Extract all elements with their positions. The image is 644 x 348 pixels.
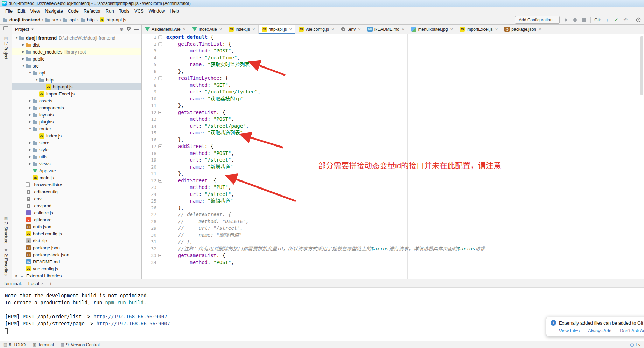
tree-item-store[interactable]: ▶store [12, 139, 141, 146]
tree-item-.gitignore[interactable]: G.gitignore [12, 216, 141, 223]
fold-marker-icon[interactable]: − [158, 111, 162, 114]
hide-panel-icon[interactable]: — [134, 27, 139, 32]
tree-item-App.vue[interactable]: App.vue [12, 167, 141, 174]
git-update-button[interactable]: ↓ [604, 17, 610, 23]
code-line-11[interactable]: 11 }, [142, 102, 644, 109]
tree-item-duoji-frontend[interactable]: ▼duoji-frontend D:\zheheWeb\duoji-fronte… [12, 34, 141, 41]
close-icon[interactable]: × [289, 27, 292, 31]
menu-tools[interactable]: Tools [117, 8, 132, 14]
tree-item-src[interactable]: ▼src [12, 62, 141, 69]
code-line-27[interactable]: 27 // deleteStreet: { [142, 211, 644, 218]
settings-gear-icon[interactable] [127, 27, 131, 32]
chevron-collapsed-icon[interactable]: ▶ [28, 155, 33, 158]
tree-item-dist[interactable]: ▶dist [12, 41, 141, 48]
editor-tab-http-api.js[interactable]: JShttp-api.js× [259, 25, 296, 34]
menu-file[interactable]: File [3, 8, 15, 14]
chevron-collapsed-icon[interactable]: ▶ [21, 50, 26, 54]
tree-item-dist.zip[interactable]: Zdist.zip [12, 237, 141, 244]
history-clock-icon[interactable] [636, 17, 641, 23]
code-line-1[interactable]: 1−export default { [142, 34, 644, 41]
editor-tab-index.vue[interactable]: index.vue× [189, 25, 225, 34]
chevron-expanded-icon[interactable]: ▼ [14, 36, 19, 40]
menu-vcs[interactable]: VCS [132, 8, 146, 14]
code-line-23[interactable]: 23 method: "PUT", [142, 184, 644, 191]
close-icon[interactable]: × [41, 281, 44, 286]
code-line-31[interactable]: 31 // }, [142, 239, 644, 246]
editor-tab-menuRouter.jpg[interactable]: menuRouter.jpg× [408, 25, 456, 34]
chevron-expanded-icon[interactable]: ▼ [34, 78, 39, 81]
tree-item-assets[interactable]: ▶assets [12, 97, 141, 104]
code-line-13[interactable]: 13 method: "POST", [142, 116, 644, 123]
tree-item-.env.prod[interactable]: .env.prod [12, 202, 141, 209]
fold-marker-icon[interactable]: − [158, 35, 162, 39]
code-line-24[interactable]: 24 url: "/street", [142, 191, 644, 198]
tool-window-button-Structure[interactable]: ▦7: Structure [4, 214, 8, 246]
code-line-6[interactable]: 6 }, [142, 68, 644, 75]
new-terminal-button[interactable]: + [49, 281, 52, 286]
menu-help[interactable]: Help [167, 8, 182, 14]
menu-edit[interactable]: Edit [15, 8, 28, 14]
terminal-link[interactable]: http://192.168.66.56:9007 [96, 321, 170, 326]
code-line-28[interactable]: 28 // method: "DELETE", [142, 218, 644, 225]
tree-item-.eslintrc.js[interactable]: .eslintrc.js [12, 209, 141, 216]
chevron-collapsed-icon[interactable]: ▶ [28, 106, 33, 109]
breadcrumb-item-duoji-frontend[interactable]: duoji-frontend [3, 17, 40, 22]
editor-tab-AsideMenu.vue[interactable]: AsideMenu.vue× [142, 25, 189, 34]
code-line-4[interactable]: 4 url: "/realTime", [142, 55, 644, 62]
code-line-14[interactable]: 14 url: "/street/page", [142, 123, 644, 130]
git-rollback-button[interactable]: ↶ [623, 17, 628, 23]
breadcrumb-item-api[interactable]: api [63, 17, 75, 22]
editor-tab-package.json[interactable]: { }package.json× [501, 25, 545, 34]
code-line-16[interactable]: 16 }, [142, 136, 644, 143]
chevron-collapsed-icon[interactable]: ▶ [28, 141, 33, 144]
breadcrumb-item-src[interactable]: src [45, 17, 58, 22]
code-line-26[interactable]: 26 }, [142, 205, 644, 212]
breadcrumb-item-http-api.js[interactable]: JShttp-api.js [99, 17, 126, 22]
code-line-34[interactable]: 34 method: "POST", [142, 259, 644, 266]
tree-item-style[interactable]: ▶style [12, 146, 141, 153]
chevron-collapsed-icon[interactable]: ▶ [21, 43, 26, 47]
event-log-icon[interactable] [630, 343, 634, 347]
code-line-17[interactable]: 17− addStreet: { [142, 143, 644, 150]
code-line-10[interactable]: 10 name: "获取荔枝的ip" [142, 95, 644, 102]
close-icon[interactable]: × [495, 27, 498, 31]
locate-file-icon[interactable]: ⊕ [120, 27, 124, 32]
fold-marker-icon[interactable]: − [158, 76, 162, 80]
code-line-25[interactable]: 25 name: "编辑巷道" [142, 198, 644, 205]
tree-item-node_modules[interactable]: ▶node_modules library root [12, 48, 141, 55]
stop-button[interactable] [581, 17, 587, 23]
fold-marker-icon[interactable]: − [158, 42, 162, 46]
close-icon[interactable]: × [219, 27, 222, 31]
chevron-expanded-icon[interactable]: ▼ [28, 71, 33, 74]
code-line-33[interactable]: 33− getCameraList: { [142, 252, 644, 259]
terminal-link[interactable]: http://192.168.66.56:9007 [93, 314, 167, 319]
close-icon[interactable]: × [539, 27, 541, 31]
chevron-collapsed-icon[interactable]: ▶ [28, 148, 33, 151]
menu-navigate[interactable]: Navigate [42, 8, 65, 14]
tree-item-plugins[interactable]: ▶plugins [12, 118, 141, 125]
statusbar-item-VersionControl[interactable]: ▦9: Version Control [61, 342, 100, 347]
breadcrumb-item-http[interactable]: http [80, 17, 95, 22]
tree-item-http[interactable]: ▼http [12, 76, 141, 83]
close-icon[interactable]: × [331, 27, 334, 31]
notification-action-DontAskAgain[interactable]: Don't Ask Again [620, 328, 644, 333]
code-line-15[interactable]: 15 name: "获取巷道列表" [142, 129, 644, 136]
fold-marker-icon[interactable]: − [158, 144, 162, 148]
code-line-5[interactable]: 5 name: "获取实时监控列表" [142, 61, 644, 68]
code-line-18[interactable]: 18 method: "POST", [142, 150, 644, 157]
tree-item-.editorconfig[interactable]: .editorconfig [12, 188, 141, 195]
chevron-collapsed-icon[interactable]: ▶ [28, 162, 33, 165]
close-icon[interactable]: × [252, 27, 255, 31]
code-line-22[interactable]: 22− editStreet: { [142, 177, 644, 184]
chevron-down-icon[interactable]: ▼ [31, 28, 34, 31]
menu-view[interactable]: View [28, 8, 42, 14]
tree-item-components[interactable]: ▶components [12, 104, 141, 111]
debug-button[interactable] [572, 17, 578, 23]
tree-item-README.md[interactable]: MDREADME.md [12, 258, 141, 265]
tree-item-importExcel.js[interactable]: JSimportExcel.js [12, 90, 141, 97]
code-line-8[interactable]: 8 method: "GET", [142, 82, 644, 89]
code-line-30[interactable]: 30 // name: "删除巷道" [142, 232, 644, 239]
code-line-21[interactable]: 21 }, [142, 170, 644, 177]
editor-body[interactable]: 1−export default {2− getRealTimeList: {3… [142, 34, 644, 279]
code-line-19[interactable]: 19 url: "/street", [142, 157, 644, 164]
